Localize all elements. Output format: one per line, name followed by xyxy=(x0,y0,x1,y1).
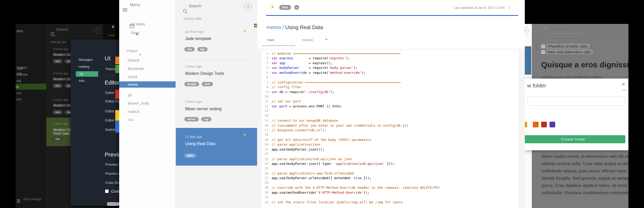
folder-name-input[interactable] xyxy=(528,96,625,106)
tag-pill: tag xyxy=(197,47,207,51)
breadcrumb-folder[interactable]: memo xyxy=(266,24,281,30)
paragraph-line: purus. Cras dapibus dapibus tellus, sit … xyxy=(542,183,628,188)
code-block-checkbox[interactable] xyxy=(105,190,109,193)
kebab-menu-icon[interactable]: ⋮ xyxy=(507,5,511,10)
code-line: 4var bodyParser = require('body-parser')… xyxy=(262,66,519,70)
dark-menu-label[interactable]: enu xyxy=(17,29,23,33)
note-title[interactable]: Modern Design Tools xyxy=(185,71,224,76)
add-tab-button[interactable]: + xyxy=(325,37,327,42)
note-tags: servertag xyxy=(184,117,211,121)
folder-color-swatch[interactable] xyxy=(541,122,547,127)
sidebar-item-folder[interactable]: mysql xyxy=(128,75,137,79)
code-line: 31 xyxy=(262,195,519,200)
sidebar-item-folder[interactable]: sql xyxy=(17,79,21,83)
star-icon[interactable]: ★ xyxy=(111,25,115,29)
paragraph-line: lobortis ornare nulla. Cras vitae augue … xyxy=(542,161,628,166)
add-storage-label: Add storage xyxy=(23,197,41,201)
dark-search-input[interactable] xyxy=(56,27,85,31)
note-title[interactable]: Jade template xyxy=(185,36,211,41)
code-theme-dropdown[interactable]: javascri xyxy=(107,202,119,206)
theme-swatch-fragment xyxy=(115,57,119,64)
sidebar-item-folder[interactable]: laravel_study xyxy=(128,101,149,105)
settings-nav-item[interactable]: Info xyxy=(79,79,85,83)
paragraph-line: libero mattis metus, id elementum velit … xyxy=(542,154,628,159)
code-editor[interactable]: 1// modules ============================… xyxy=(262,50,519,208)
add-tag-input[interactable] xyxy=(550,27,581,31)
paragraph-line: sollicitudin aliquet, justo purus effici… xyxy=(542,168,628,174)
sidebar-item-folder[interactable]: fault xyxy=(17,67,23,70)
chevron-down-icon[interactable]: ▼ xyxy=(139,54,141,56)
dark-new-note-button[interactable] xyxy=(94,27,101,34)
settings-row[interactable]: Preview F xyxy=(105,172,119,176)
line-number: 32 xyxy=(262,200,268,204)
sidebar-item-folder[interactable]: ers xyxy=(17,97,21,101)
settings-ui-heading: UI xyxy=(105,55,110,62)
star-outline-icon[interactable]: ☆ xyxy=(543,26,547,31)
code-line: 22 xyxy=(262,152,519,157)
line-number: 16 xyxy=(262,124,268,127)
star-icon[interactable]: ★ xyxy=(243,29,246,33)
new-note-button[interactable] xyxy=(244,3,252,10)
star-icon[interactable]: ★ xyxy=(243,133,246,137)
create-folder-button[interactable]: Create folder xyxy=(525,135,625,143)
note-title[interactable]: Mean server setting xyxy=(185,107,222,111)
sidebar-item-folder[interactable]: nodeJs xyxy=(128,109,139,114)
sidebar-item-folder[interactable]: ostnote xyxy=(17,73,28,76)
code-line: 25 xyxy=(262,167,519,171)
settings-nav-item-selected[interactable]: UI xyxy=(76,71,98,77)
dark-sort-label[interactable]: Sort by xxx xyxy=(51,40,66,44)
sidebar-item-selected[interactable]: e xyxy=(16,84,46,90)
settings-nav-item[interactable]: Hotkey xyxy=(79,65,90,69)
grid-view-icon[interactable] xyxy=(254,24,256,25)
sidebar-item-starred[interactable]: Stard xyxy=(131,31,139,35)
sidebar-item-folder[interactable]: mo xyxy=(17,91,21,95)
code-text: var bodyParser = require('body-parser'); xyxy=(272,66,358,70)
sort-label[interactable]: Sort by date xyxy=(183,17,202,21)
star-icon[interactable]: ★ xyxy=(271,4,275,9)
todo-checkbox[interactable] xyxy=(541,44,545,48)
todo-checkbox[interactable] xyxy=(541,50,545,54)
code-line: 10 xyxy=(262,95,519,99)
line-number: 15 xyxy=(262,119,268,122)
sidebar-item-folder[interactable]: css xyxy=(128,118,133,122)
settings-row[interactable]: Editor Fo xyxy=(105,99,119,103)
divider xyxy=(532,38,628,38)
settings-row[interactable]: Code Blo xyxy=(105,181,119,185)
sidebar-item-folder-selected[interactable]: memo xyxy=(119,81,176,88)
line-number: 27 xyxy=(262,176,268,180)
project-label[interactable]: Project xyxy=(127,49,138,53)
settings-nav-item[interactable]: Storages xyxy=(79,58,93,62)
add-tag-button[interactable] xyxy=(294,5,299,10)
dark-add-storage-button[interactable]: Add storage xyxy=(17,197,20,201)
note-title[interactable]: Using Real Data xyxy=(285,24,323,30)
folder-color-swatch[interactable] xyxy=(533,122,539,127)
settings-row[interactable]: Preview F xyxy=(105,162,119,166)
close-icon[interactable]: × xyxy=(622,81,625,88)
sidebar-item-folder[interactable]: Default xyxy=(128,58,139,62)
settings-row[interactable]: Theme xyxy=(105,67,116,71)
note-card-selected[interactable]: ★12 days agoUsing Real Datadata xyxy=(176,128,257,166)
new-note-button[interactable] xyxy=(525,27,528,34)
sidebar-item-all-notes[interactable]: All Notes xyxy=(131,22,145,26)
tab-module[interactable]: module xyxy=(302,38,313,42)
note-tag[interactable]: data xyxy=(279,5,291,10)
folder-color-swatch[interactable] xyxy=(525,122,527,127)
line-number: 13 xyxy=(262,109,268,113)
tag-pill: wip xyxy=(53,59,63,63)
code-line: 9var db = require('./config/db'); xyxy=(262,90,519,95)
code-line: 30app.use(methodOverride('X-HTTP-Method-… xyxy=(262,191,519,195)
search-input[interactable] xyxy=(189,4,228,8)
tab-main[interactable]: main xyxy=(267,38,274,42)
sidebar-item-folder[interactable]: Boostnote xyxy=(128,67,144,71)
folder-color-swatch[interactable] xyxy=(549,122,555,127)
menu-label[interactable]: Menu xyxy=(130,3,140,7)
hamburger-icon[interactable] xyxy=(123,8,127,9)
divider xyxy=(182,59,251,59)
editor-surface: 1// modules ============================… xyxy=(257,49,525,208)
code-text: app.use(bodyParser.urlencoded({ extended… xyxy=(272,176,371,180)
document-heading: Quisque a eros dignissim xyxy=(541,60,628,69)
sidebar-item-folder[interactable]: git xyxy=(128,93,132,97)
note-title[interactable]: Using Real Data xyxy=(185,141,216,146)
theme-swatch-fragment xyxy=(115,110,119,121)
code-line: 16// (uncomment after you enter in your … xyxy=(262,124,519,128)
